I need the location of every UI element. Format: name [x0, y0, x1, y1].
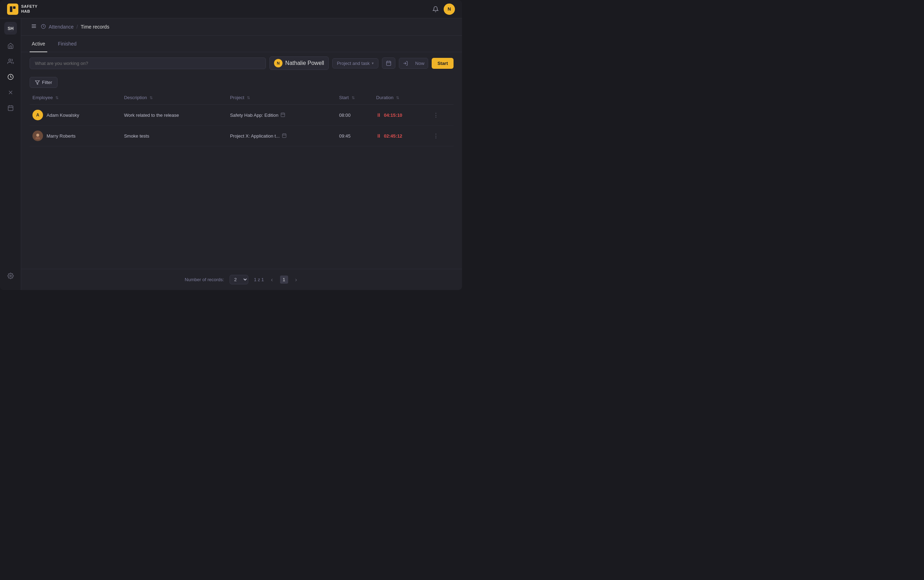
timer-start-group: Now — [399, 58, 428, 69]
sidebar-item-people[interactable] — [3, 54, 18, 68]
cell-start-2: 09:45 — [336, 125, 373, 147]
filter-label: Filter — [42, 80, 52, 85]
user-avatar-top[interactable]: N — [444, 3, 455, 15]
cell-employee-2: Marry Roberts — [30, 125, 121, 147]
records-per-page-select[interactable]: 2 5 10 25 — [230, 275, 248, 284]
page-number[interactable]: 1 — [280, 275, 288, 283]
records-label: Number of records: — [185, 277, 224, 282]
topbar-right: N — [432, 3, 455, 15]
records-table: Employee ⇅ Description ⇅ Project ⇅ — [30, 91, 454, 147]
col-project[interactable]: Project ⇅ — [227, 91, 336, 105]
breadcrumb-clock-icon — [41, 24, 46, 30]
timer-project-selector[interactable]: Project and task ▾ — [332, 58, 378, 68]
table-row: A Adam Kowalsky Work related to the rele… — [30, 105, 454, 125]
table-container: Employee ⇅ Description ⇅ Project ⇅ — [21, 91, 462, 269]
duration-time-1: 04:15:10 — [384, 112, 403, 118]
pagination-bar: Number of records: 2 5 10 25 1 z 1 ‹ 1 › — [21, 269, 462, 290]
top-bar: SAFETY HAB N — [0, 0, 462, 18]
svg-point-5 — [8, 59, 11, 61]
sidebar-item-tools[interactable] — [3, 86, 18, 99]
svg-point-29 — [35, 137, 40, 139]
svg-rect-18 — [386, 61, 391, 66]
avatar-adam: A — [33, 110, 43, 120]
cell-project-2: Project X: Application t... — [227, 125, 336, 147]
breadcrumb: Attendance / Time records — [41, 24, 109, 30]
col-description[interactable]: Description ⇅ — [121, 91, 227, 105]
table-row: Marry Roberts Smoke tests Project X: App… — [30, 125, 454, 147]
timer-calendar-button[interactable] — [382, 58, 395, 69]
cell-duration-1: ⏸ 04:15:10 — [373, 105, 429, 125]
svg-marker-23 — [35, 81, 39, 84]
sort-icon-start: ⇅ — [352, 96, 355, 100]
content-area: Attendance / Time records Active Finishe… — [21, 18, 462, 290]
main-layout: SH — [0, 18, 462, 290]
col-employee[interactable]: Employee ⇅ — [30, 91, 121, 105]
breadcrumb-separator: / — [77, 24, 78, 30]
cell-employee-1: A Adam Kowalsky — [30, 105, 121, 125]
sort-icon-project: ⇅ — [247, 96, 250, 100]
timer-user-name: Nathalie Powell — [285, 60, 324, 66]
svg-rect-31 — [283, 134, 286, 138]
sidebar-item-timer[interactable] — [3, 70, 18, 84]
app-logo: SAFETY HAB — [7, 3, 38, 15]
tabs-row: Active Finished — [21, 36, 462, 52]
tab-active[interactable]: Active — [30, 36, 47, 52]
page-prev-button[interactable]: ‹ — [270, 275, 274, 284]
svg-text:SH: SH — [7, 26, 13, 31]
svg-rect-1 — [13, 7, 15, 9]
sort-icon-duration: ⇅ — [396, 96, 399, 100]
svg-rect-0 — [10, 7, 12, 12]
svg-rect-2 — [13, 10, 15, 12]
duration-time-2: 02:45:12 — [384, 133, 403, 138]
employee-name-2: Marry Roberts — [46, 133, 76, 138]
menu-button[interactable] — [30, 23, 38, 31]
chevron-down-icon: ▾ — [372, 61, 374, 66]
sidebar-item-settings[interactable] — [3, 269, 18, 283]
cell-description-1: Work related to the release — [121, 105, 227, 125]
calendar-icon-1 — [280, 112, 285, 118]
col-start[interactable]: Start ⇅ — [336, 91, 373, 105]
timer-login-button[interactable] — [399, 58, 411, 68]
pause-icon-1: ⏸ — [376, 112, 381, 118]
start-button[interactable]: Start — [432, 58, 454, 69]
cell-start-1: 08:00 — [336, 105, 373, 125]
timer-bar: N Nathalie Powell Project and task ▾ — [21, 52, 462, 74]
sort-icon-employee: ⇅ — [55, 96, 59, 100]
more-button-1[interactable]: ⋮ — [432, 111, 440, 119]
svg-rect-9 — [8, 106, 13, 111]
logo-icon — [7, 3, 18, 15]
more-button-2[interactable]: ⋮ — [432, 132, 440, 140]
sidebar: SH — [0, 18, 21, 290]
sort-icon-description: ⇅ — [150, 96, 153, 100]
svg-point-13 — [10, 275, 11, 277]
employee-name-1: Adam Kowalsky — [46, 112, 79, 118]
svg-rect-24 — [281, 113, 285, 117]
timer-project-label: Project and task — [337, 61, 370, 66]
project-name-2: Project X: Application t... — [230, 133, 280, 138]
project-name-1: Safety Hab App: Edition — [230, 112, 278, 118]
tab-finished[interactable]: Finished — [56, 36, 79, 52]
avatar-marry — [33, 130, 43, 141]
filter-row: Filter — [21, 74, 462, 91]
notifications-button[interactable] — [432, 6, 439, 12]
pause-icon-2: ⏸ — [376, 133, 381, 138]
calendar-icon-2 — [282, 133, 287, 139]
page-info: 1 z 1 — [254, 277, 264, 282]
col-duration[interactable]: Duration ⇅ — [373, 91, 429, 105]
filter-button[interactable]: Filter — [30, 77, 58, 88]
timer-user-avatar: N — [274, 59, 283, 68]
cell-description-2: Smoke tests — [121, 125, 227, 147]
cell-duration-2: ⏸ 02:45:12 — [373, 125, 429, 147]
breadcrumb-parent[interactable]: Attendance — [49, 24, 74, 30]
timer-now-label: Now — [411, 58, 428, 68]
cell-project-1: Safety Hab App: Edition — [227, 105, 336, 125]
timer-user-selector[interactable]: N Nathalie Powell — [270, 56, 329, 70]
breadcrumb-current: Time records — [81, 24, 109, 30]
sidebar-logo[interactable]: SH — [4, 22, 17, 35]
timer-input[interactable] — [30, 58, 266, 69]
page-next-button[interactable]: › — [294, 275, 298, 284]
sidebar-item-calendar[interactable] — [3, 101, 18, 115]
sidebar-item-home[interactable] — [3, 39, 18, 53]
content-header: Attendance / Time records — [21, 18, 462, 36]
logo-text: SAFETY HAB — [21, 4, 38, 13]
